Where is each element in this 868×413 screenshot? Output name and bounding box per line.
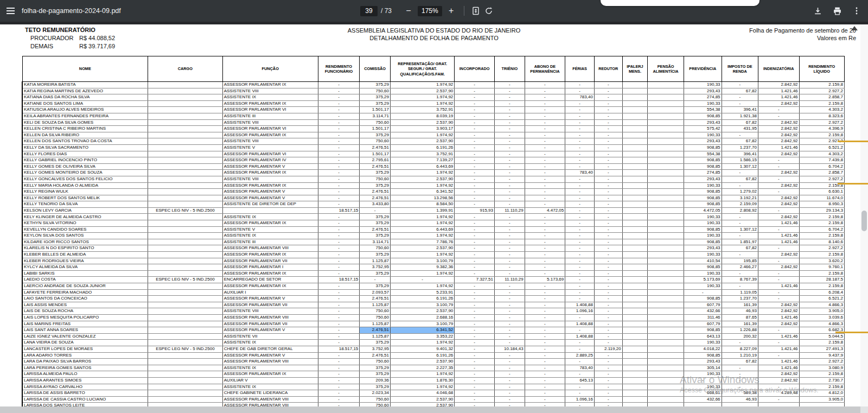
table-cell [648, 157, 684, 164]
table-cell: 750,60 [360, 138, 391, 145]
table-cell [148, 270, 222, 277]
table-cell: - [594, 233, 622, 239]
table-cell: ESPEC LEG NIV - 5 IND.2500 [148, 277, 222, 283]
menu-icon[interactable] [0, 0, 21, 22]
table-cell: - [455, 258, 495, 264]
table-cell: - [758, 107, 799, 113]
more-vert-icon[interactable] [852, 6, 861, 16]
table-cell: - [525, 359, 565, 365]
table-cell: - [758, 258, 799, 264]
table-cell: - [455, 289, 495, 296]
table-cell: 2.537,90 [391, 88, 455, 94]
print-icon[interactable] [832, 6, 842, 16]
table-row: LAERCIO ANDRADE DE SOUZA JUNIORASSESSOR … [22, 283, 845, 290]
table-cell: 2.119,20 [594, 346, 622, 352]
table-cell: 2.842,92 [758, 321, 799, 327]
rotate-icon[interactable] [484, 6, 494, 16]
table-cell [648, 365, 684, 371]
table-cell: 5.173,69 [684, 277, 722, 283]
table-cell: 5.233,91 [391, 289, 455, 296]
table-cell [622, 195, 648, 201]
table-cell: - [594, 277, 622, 283]
table-cell: - [525, 314, 565, 321]
table-cell: 375,29 [360, 371, 391, 378]
page-number-input[interactable]: 39 [360, 6, 378, 16]
table-cell: - [525, 252, 565, 258]
table-cell: - [318, 264, 360, 271]
table-cell: 908,85 [684, 352, 722, 359]
table-cell: - [565, 277, 595, 283]
table-row: KELLY GOMES DE OLIVEIRA SILVAASSESSOR PA… [22, 163, 845, 170]
table-cell: 3.192,21 [722, 195, 758, 201]
table-cell: 1.974,92 [391, 252, 455, 258]
table-cell [622, 138, 648, 145]
zoom-level[interactable]: 175% [418, 6, 442, 16]
table-cell: 46,93 [722, 308, 758, 315]
table-cell: 2.730,7 [799, 377, 844, 384]
table-cell: - [391, 277, 455, 283]
table-cell: ASSISTENTE IX [222, 365, 318, 371]
zoom-out-button[interactable]: − [403, 3, 414, 18]
table-cell: - [494, 163, 525, 170]
org-name: ASSEMBLEIA LEGISLATIVA DO ESTADO DO RIO … [0, 27, 868, 34]
scrollbar-up-arrow-icon[interactable] [851, 26, 858, 30]
table-cell: 67,82 [722, 176, 758, 182]
table-cell: 1.974,92 [391, 100, 455, 107]
table-cell: - [318, 214, 360, 220]
table-cell: LAIS MARINS FREITAS [22, 321, 148, 327]
table-cell: 3.100,79 [391, 302, 455, 308]
table-row: KELSON LEVY GARCIAESPEC LEG NIV - 5 IND.… [22, 207, 845, 214]
table-cell: 1.974,92 [391, 182, 455, 189]
table-cell: - [684, 289, 722, 296]
table-row: LARA DA PAIXAO SILVA BARROSASSESSOR PARL… [22, 359, 845, 365]
table-cell: - [494, 182, 525, 189]
table-cell: LANCASTER LOPES DE MORAES [22, 346, 148, 352]
table-cell [648, 340, 684, 346]
table-cell: - [594, 283, 622, 290]
table-cell: 1.421,46 [758, 94, 799, 101]
table-cell: - [318, 176, 360, 182]
table-cell: ASSISTENTE III [222, 113, 318, 119]
table-cell: - [594, 239, 622, 245]
table-cell [622, 296, 648, 302]
table-cell: 908,85 [684, 226, 722, 233]
table-cell: - [525, 384, 565, 390]
download-icon[interactable] [813, 6, 822, 16]
zoom-in-button[interactable]: + [445, 3, 457, 18]
table-cell: - [525, 333, 565, 340]
table-cell: 190,33 [684, 82, 722, 88]
fit-page-icon[interactable] [471, 6, 481, 16]
table-cell: - [455, 270, 495, 277]
table-row: LARISSA DE CASSIA CASTRO LUCIANOASSESSOR… [22, 396, 845, 403]
table-cell: ASSESSOR PARLAMENTAR V [222, 296, 318, 302]
table-cell [148, 176, 222, 182]
column-header: RENDIMENTO FUNCIONÁRIO [318, 56, 360, 82]
scrollbar-thumb[interactable] [861, 211, 867, 231]
table-cell [148, 283, 222, 290]
table-cell: 2.842,92 [758, 182, 799, 189]
column-header: PENSÃO ALIMENTÍCIA [648, 56, 684, 82]
table-cell: - [565, 182, 595, 189]
table-cell: 7.786,76 [391, 239, 455, 245]
table-cell: 2.159,8 [799, 100, 844, 107]
table-cell: 2.842,92 [758, 195, 799, 201]
table-cell [622, 340, 648, 346]
table-cell: - [318, 333, 360, 340]
table-cell [148, 220, 222, 227]
table-cell: - [455, 352, 495, 359]
column-header: FÉRIAS [565, 56, 595, 82]
table-cell [622, 377, 648, 384]
table-cell: KLEBER BELLES DE ALMEIDA [22, 252, 148, 258]
table-cell [648, 119, 684, 126]
table-cell: ASSESSOR PARLAMENTAR V [222, 195, 318, 201]
table-cell: 2.159,8 [799, 371, 844, 378]
table-cell: 375,29 [360, 365, 391, 371]
table-cell: - [722, 132, 758, 138]
table-cell: - [722, 270, 758, 277]
table-cell: 2.842,92 [758, 119, 799, 126]
table-cell: - [565, 157, 595, 164]
table-cell: KILDARE IGOR RICCO SANTOS [22, 239, 148, 245]
table-cell: - [758, 176, 799, 182]
table-cell: - [525, 302, 565, 308]
table-cell: - [455, 176, 495, 182]
